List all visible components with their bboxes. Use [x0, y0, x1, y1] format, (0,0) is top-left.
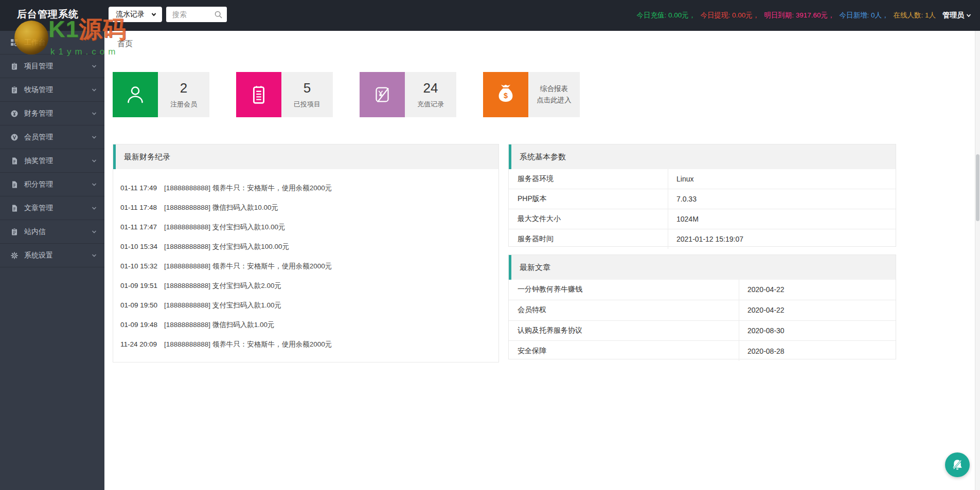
search-icon[interactable]	[214, 10, 223, 19]
table-row: 服务器时间2021-01-12 15:19:07	[509, 229, 896, 249]
sidebar-item-label: 积分管理	[24, 180, 91, 189]
card-invested-projects[interactable]: 5 已投项目	[236, 72, 333, 117]
sidebar-item-label: 工作台	[24, 38, 97, 47]
finance-record-row: 01-09 19:51[18888888888] 支付宝扫码入款2.00元	[113, 276, 498, 296]
document-icon	[10, 204, 19, 212]
sidebar-item-settings[interactable]: 系统设置	[0, 244, 104, 267]
card-value: 2	[180, 80, 187, 96]
header-stats: 今日充值: 0.00元， 今日提现: 0.00元， 明日到期: 3917.60元…	[632, 0, 972, 31]
card-line1: 综合报表	[540, 83, 568, 95]
stat-cards: 2 注册会员 5 已投项目 24 充值记录 $	[113, 72, 580, 117]
record-type-select[interactable]: 流水记录	[109, 7, 162, 22]
top-bar: 后台管理系统 流水记录 今日充值: 0.00元， 今日提现: 0.00元， 明日…	[0, 0, 980, 31]
latest-articles-panel: 最新文章 一分钟教何养牛赚钱2020-04-22 会员特权2020-04-22 …	[508, 255, 896, 359]
sidebar-item-label: 牧场管理	[24, 85, 91, 95]
sidebar-item-points[interactable]: 积分管理	[0, 173, 104, 196]
card-registered-members[interactable]: 2 注册会员	[113, 72, 209, 117]
bell-slash-icon	[950, 457, 965, 473]
chevron-down-icon	[91, 252, 97, 259]
card-line2: 点击此进入	[537, 95, 572, 106]
app-title: 后台管理系统	[17, 0, 79, 29]
user-icon	[113, 72, 158, 117]
sidebar-item-label: 系统设置	[24, 251, 91, 260]
chevron-down-icon	[91, 134, 97, 140]
article-date: 2020-08-28	[739, 341, 896, 361]
latest-articles-title: 最新文章	[509, 255, 896, 280]
finance-record-row: 01-11 17:47[18888888888] 支付宝扫码入款10.00元	[113, 217, 498, 237]
card-value: 5	[304, 80, 311, 96]
system-params-title: 系统基本参数	[509, 144, 896, 169]
search-input[interactable]	[171, 10, 214, 19]
sidebar-item-label: 项目管理	[24, 62, 91, 71]
sidebar-item-ranch[interactable]: 牧场管理	[0, 78, 104, 102]
article-date: 2020-08-30	[739, 321, 896, 341]
sidebar-item-label: 抽奖管理	[24, 156, 91, 166]
sidebar-item-label: 站内信	[24, 227, 91, 237]
member-coin-icon	[10, 133, 19, 141]
card-value: 24	[423, 80, 438, 96]
notifications-mute-button[interactable]	[945, 452, 970, 477]
scrollbar-thumb[interactable]	[976, 154, 979, 221]
document-icon	[10, 180, 19, 189]
card-label: 充值记录	[417, 100, 444, 109]
list-item[interactable]: 一分钟教何养牛赚钱2020-04-22	[509, 280, 896, 300]
sidebar-item-members[interactable]: 会员管理	[0, 125, 104, 149]
sidebar-item-articles[interactable]: 文章管理	[0, 196, 104, 220]
clipboard-icon	[236, 72, 281, 117]
table-row: 服务器环境Linux	[509, 169, 896, 189]
admin-dashboard: 后台管理系统 流水记录 今日充值: 0.00元， 今日提现: 0.00元， 明日…	[0, 0, 980, 490]
list-item[interactable]: 认购及托养服务协议2020-08-30	[509, 321, 896, 341]
yen-coin-icon	[10, 109, 19, 118]
sidebar-item-messages[interactable]: 站内信	[0, 220, 104, 244]
stat-new-today: 今日新增: 0人，	[839, 11, 888, 20]
sidebar: 工作台 项目管理 牧场管理 财务管理 会员管理 抽奖管理	[0, 31, 104, 490]
article-title: 一分钟教何养牛赚钱	[509, 280, 739, 300]
dashboard-icon	[10, 38, 19, 47]
stat-today-withdraw: 今日提现: 0.00元，	[700, 11, 759, 20]
sidebar-item-label: 财务管理	[24, 109, 91, 118]
card-label: 注册会员	[170, 100, 197, 109]
admin-menu[interactable]: 管理员	[942, 11, 972, 20]
finance-record-row: 01-11 17:49[18888888888] 领养牛只：安格斯牛，使用余额2…	[113, 178, 498, 198]
vertical-scrollbar	[975, 31, 980, 490]
stat-today-recharge: 今日充值: 0.00元，	[637, 11, 696, 20]
sidebar-item-projects[interactable]: 项目管理	[0, 55, 104, 78]
finance-record-row: 01-09 19:48[18888888888] 微信扫码入款1.00元	[113, 315, 498, 335]
article-title: 会员特权	[509, 300, 739, 320]
svg-text:$: $	[504, 92, 508, 100]
card-summary-report[interactable]: $ 综合报表 点击此进入	[483, 72, 580, 117]
table-row: 最大文件大小1024M	[509, 209, 896, 229]
chevron-down-icon	[91, 229, 97, 235]
finance-record-row: 01-09 19:50[18888888888] 支付宝扫码入款1.00元	[113, 296, 498, 315]
finance-record-row: 01-10 15:34[18888888888] 支付宝扫码入款100.00元	[113, 237, 498, 257]
chevron-down-icon	[91, 182, 97, 188]
clipboard-icon	[10, 62, 19, 70]
finance-record-row: 01-11 17:48[18888888888] 微信扫码入款10.00元	[113, 198, 498, 217]
finance-record-row: 11-24 20:09[18888888888] 领养牛只：安格斯牛，使用余额2…	[113, 335, 498, 354]
clipboard-icon	[10, 85, 19, 94]
sidebar-item-workbench[interactable]: 工作台	[0, 31, 104, 55]
card-recharge-records[interactable]: 24 充值记录	[360, 72, 456, 117]
chevron-down-icon	[966, 12, 972, 19]
finance-panel-title: 最新财务纪录	[113, 144, 498, 169]
card-label: 已投项目	[294, 100, 320, 109]
record-type-select-value: 流水记录	[116, 10, 145, 19]
breadcrumb[interactable]: 首页	[117, 39, 133, 49]
chevron-down-icon	[91, 87, 97, 93]
chevron-down-icon	[91, 158, 97, 164]
document-icon	[10, 156, 19, 165]
article-date: 2020-04-22	[739, 280, 896, 300]
sidebar-item-finance[interactable]: 财务管理	[0, 102, 104, 125]
system-params-panel: 系统基本参数 服务器环境Linux PHP版本7.0.33 最大文件大小1024…	[508, 144, 896, 247]
article-title: 认购及托养服务协议	[509, 321, 739, 341]
finance-record-list: 01-11 17:49[18888888888] 领养牛只：安格斯牛，使用余额2…	[113, 169, 498, 354]
gear-icon	[10, 251, 19, 260]
article-date: 2020-04-22	[739, 300, 896, 320]
sidebar-item-label: 文章管理	[24, 204, 91, 213]
search-box	[166, 7, 227, 22]
sidebar-item-lottery[interactable]: 抽奖管理	[0, 149, 104, 173]
chevron-down-icon	[151, 11, 157, 17]
list-item[interactable]: 会员特权2020-04-22	[509, 300, 896, 321]
list-item[interactable]: 安全保障2020-08-28	[509, 341, 896, 361]
moneybag-icon: $	[483, 72, 528, 117]
